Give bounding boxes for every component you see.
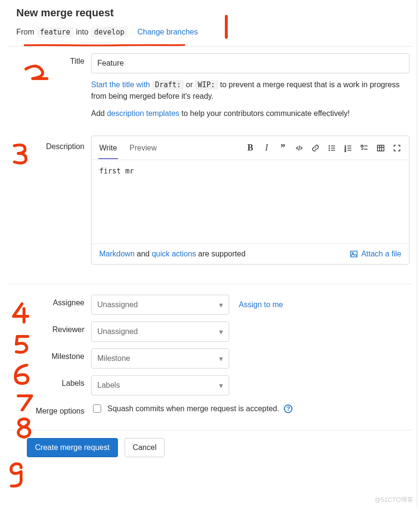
table-icon[interactable] xyxy=(375,143,386,153)
watermark: @51CTO博客 xyxy=(374,496,413,504)
annotation-underline xyxy=(24,40,185,43)
squash-text: Squash commits when merge request is acc… xyxy=(107,404,279,413)
quote-icon[interactable]: ” xyxy=(278,143,288,153)
svg-rect-19 xyxy=(351,251,358,257)
annotation-9 xyxy=(7,462,28,492)
chevron-down-icon: ▾ xyxy=(219,300,223,310)
task-list-icon[interactable] xyxy=(359,143,370,153)
title-label: Title xyxy=(8,53,91,66)
labels-dropdown[interactable]: Labels ▾ xyxy=(91,375,229,395)
svg-point-2 xyxy=(329,150,330,150)
wip-code: WIP: xyxy=(195,80,218,90)
target-branch: develop xyxy=(91,27,127,37)
templates-hint: Add description templates to help your c… xyxy=(91,108,409,119)
link-icon[interactable] xyxy=(310,143,321,153)
squash-checkbox-row[interactable]: Squash commits when merge request is acc… xyxy=(91,402,409,414)
cancel-button[interactable]: Cancel xyxy=(125,438,165,457)
milestone-dropdown[interactable]: Milestone ▾ xyxy=(91,348,229,369)
bold-icon[interactable]: B xyxy=(245,143,256,153)
create-merge-request-button[interactable]: Create merge request xyxy=(27,438,118,457)
help-icon[interactable]: ? xyxy=(284,404,292,413)
into-label: into xyxy=(76,28,89,36)
svg-point-1 xyxy=(329,147,330,148)
description-textarea[interactable] xyxy=(92,160,409,242)
description-templates-link[interactable]: description templates xyxy=(107,109,179,117)
quick-actions-link[interactable]: quick actions xyxy=(152,250,196,258)
chevron-down-icon: ▾ xyxy=(219,381,223,390)
svg-rect-15 xyxy=(377,145,384,151)
numbered-list-icon[interactable]: 123 xyxy=(343,143,353,153)
draft-code: Draft: xyxy=(152,80,184,90)
description-editor: Write Preview B I ” 123 xyxy=(91,136,409,265)
branch-summary: From feature into develop Change branche… xyxy=(16,27,412,37)
editor-toolbar: B I ” 123 xyxy=(245,143,402,153)
title-hint: Start the title with Draft: or WIP: to p… xyxy=(91,79,409,102)
editor-footer-text: Markdown and quick actions are supported xyxy=(99,250,245,258)
svg-text:3: 3 xyxy=(345,150,347,152)
markdown-link[interactable]: Markdown xyxy=(99,250,135,258)
source-branch: feature xyxy=(37,27,73,37)
page-title: New merge request xyxy=(16,7,412,19)
code-icon[interactable] xyxy=(294,143,304,153)
chevron-down-icon: ▾ xyxy=(219,354,223,363)
attach-file-button[interactable]: Attach a file xyxy=(350,250,401,258)
labels-label: Labels xyxy=(8,375,91,388)
change-branches-link[interactable]: Change branches xyxy=(137,28,198,36)
title-input[interactable] xyxy=(91,53,409,73)
merge-options-label: Merge options xyxy=(8,402,91,416)
title-hint-link[interactable]: Start the title with xyxy=(91,81,152,89)
bullet-list-icon[interactable] xyxy=(327,143,337,153)
tab-preview[interactable]: Preview xyxy=(128,137,158,159)
squash-checkbox[interactable] xyxy=(93,404,101,413)
assignee-dropdown[interactable]: Unassigned ▾ xyxy=(91,295,229,315)
from-label: From xyxy=(16,28,34,36)
milestone-label: Milestone xyxy=(8,348,91,361)
fullscreen-icon[interactable] xyxy=(392,143,402,153)
svg-point-0 xyxy=(329,145,330,146)
image-icon xyxy=(350,250,358,258)
reviewer-label: Reviewer xyxy=(8,322,91,334)
reviewer-dropdown[interactable]: Unassigned ▾ xyxy=(91,322,229,342)
assignee-label: Assignee xyxy=(8,295,91,307)
description-label: Description xyxy=(8,135,91,151)
assign-to-me-link[interactable]: Assign to me xyxy=(239,300,283,309)
chevron-down-icon: ▾ xyxy=(219,327,223,336)
svg-rect-12 xyxy=(361,145,363,147)
tab-write[interactable]: Write xyxy=(98,137,118,159)
italic-icon[interactable]: I xyxy=(261,143,272,153)
